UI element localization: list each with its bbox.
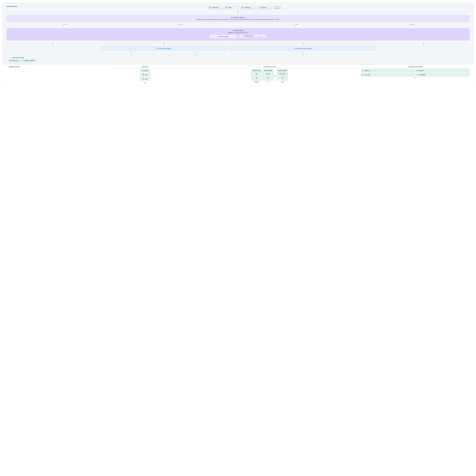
file-icon-box [266,76,270,80]
file-bin: .bin [140,73,150,76]
apps-row: Workshop Slate Ontology Pipelines [6,6,470,9]
pipelines-icon [257,6,260,9]
modeling-objective-box: Modeling Objective ModelOps, model proje… [6,15,470,22]
app-pipelines: Pipelines [257,6,272,9]
chart-icon [412,23,414,25]
picture-icon [231,17,232,18]
chart-icon [180,23,182,25]
svg-point-25 [363,70,363,71]
training-label: Training in Foundry [12,57,470,58]
docker-registry-box: Foundry's Docker registry [230,47,376,50]
app-label: Pipelines [261,7,266,8]
slate-icon [225,6,228,9]
model-asset-box: Model Asset Deployable model primitive i… [6,28,470,40]
code-repos-box: Code repos [8,59,20,62]
file-icon [142,78,144,80]
externally-hosted-title: Externally-hosted model [361,66,470,68]
azure-icon [362,74,364,76]
chart-icon [65,23,66,25]
operational-apps-label: Operationalapplications [273,6,283,9]
code-icon [218,36,220,37]
file-icon [267,77,269,79]
ellipsis-icon: ••• [144,82,146,84]
unstructured-dataset-box: Unstructured dataset [100,47,228,50]
model-files-group: Model files .pickle .bin .onnx [112,66,178,84]
sagemaker-icon [417,74,419,76]
vertex-icon [362,69,364,71]
app-label: Workshop [212,7,218,8]
model-artifacts-box: Model artifacts Files, containers, or so… [239,34,267,38]
training-in-foundry: Training in Foundry Code repos Jupyter n… [6,57,470,62]
docker-image-label: Docker Image [264,69,273,72]
chart-icon [233,30,235,31]
external-sources-title: External sources [6,66,110,68]
arrows-asset-to-objective [6,23,470,27]
app-workshop: Workshop [208,6,223,9]
foundry-platform-panel: Foundry Platform Workshop Slate Ontology [3,3,473,64]
host-azure-ml: Azure ML [361,73,415,76]
jupyter-notebook-box: Jupyter notebook [21,59,36,62]
platform-title: Foundry Platform [6,6,17,7]
docker-icon [294,48,295,49]
file-icon [282,77,283,79]
model-adapter-box: Model Adapter [209,34,237,38]
model-asset-title: Model Asset [233,30,243,31]
framework-flask: Flask [252,72,261,75]
arrows-into-asset [6,42,470,46]
blue-boxes-row: Unstructured dataset Foundry's Docker re… [6,47,470,50]
modeling-objective-title: Modeling Objective [231,17,245,18]
file-onnx: .onnx [140,77,150,81]
file-icon [143,74,144,75]
external-sources: External sources Model files .pickle .bi… [3,66,473,84]
framework-plumber: Plumber [264,72,273,75]
app-label: Slate [229,7,232,8]
containerized-model-group: Containerized model Docker Image Flask P… [180,66,359,83]
file-icon-box [255,76,259,80]
arrows-into-blue [6,51,470,56]
ellipsis-icon: ••• [361,77,470,79]
workshop-icon [209,6,211,9]
app-ontology: Ontology [241,6,256,9]
docker-image-label: Docker Image [278,69,287,72]
file-icon [142,70,143,71]
ontology-icon [241,6,244,9]
openai-icon [417,69,419,71]
lang-java: Java [277,81,288,83]
host-open-ai: Open AI [416,69,470,72]
file-icon [256,77,258,79]
app-slate: Slate [225,6,240,9]
file-icon [243,36,244,37]
docker-image-label: Docker Image [252,69,261,72]
file-icon-box [280,76,285,80]
containerized-title: Containerized model [180,66,359,68]
docker-image-r: Docker Image Plumber [263,69,273,81]
chart-icon [296,23,298,25]
host-sagemaker: SageMaker [416,73,470,76]
host-vertex-ai: Vertex AI [361,69,415,72]
code-icon [10,60,11,61]
svg-point-28 [417,75,418,75]
framework-springboot: Spring Boot [278,72,287,75]
diagram-root: Foundry Platform Workshop Slate Ontology [1,1,475,86]
arrow-objective-to-apps [6,10,470,15]
docker-image-java: Docker Image Spring Boot [277,69,288,81]
jupyter-icon [22,60,24,61]
ellipsis-icon: ••• [274,74,276,77]
file-pickle: .pickle [140,69,150,72]
model-asset-subtitle: Deployable model primitive in Foundry [9,32,467,33]
app-label: Ontology [245,7,250,8]
docker-image-python: Docker Image Flask [252,69,262,81]
model-files-title: Model files [112,66,178,68]
modeling-objective-desc: ModelOps, model project management and m… [9,19,467,20]
lang-r: R [263,81,273,83]
table-icon [156,48,158,49]
externally-hosted-group: Externally-hosted model Vertex AI Open A… [361,66,470,79]
lang-python: Python [252,81,262,83]
